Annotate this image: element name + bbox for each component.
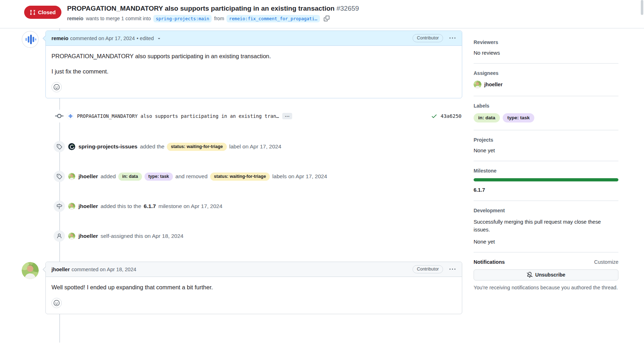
event-actor-link[interactable]: jhoeller xyxy=(78,233,98,239)
assignee-jhoeller[interactable]: jhoeller xyxy=(474,81,618,88)
comment-body: Well spotted! I ended up expanding that … xyxy=(46,277,462,314)
comment-author-link[interactable]: jhoeller xyxy=(51,267,70,272)
event-text: jhoeller self-assigned this on Apr 18, 2… xyxy=(78,233,184,239)
unsubscribe-label: Unsubscribe xyxy=(535,272,566,278)
milestone-name-link[interactable]: 6.1.7 xyxy=(474,187,485,193)
edited-note: • edited xyxy=(137,36,154,41)
git-pull-request-closed-icon xyxy=(30,10,36,15)
unsubscribe-button[interactable]: Unsubscribe xyxy=(474,269,618,280)
customize-link[interactable]: Customize xyxy=(594,259,619,265)
commit-sha-link[interactable]: 43a6250 xyxy=(441,113,462,119)
chevron-down-icon[interactable] xyxy=(157,36,162,41)
checks-passed-icon[interactable] xyxy=(431,113,437,119)
add-reaction-button[interactable] xyxy=(51,298,62,308)
avatar-spring-projects-issues[interactable] xyxy=(68,143,75,150)
scrollbar-thumb[interactable] xyxy=(641,0,643,15)
projects-empty: None yet xyxy=(474,147,618,153)
avatar-jhoeller-small[interactable] xyxy=(68,203,75,210)
comment-options-button[interactable] xyxy=(449,266,456,273)
label-type-task[interactable]: type: task xyxy=(503,113,534,122)
head-branch-label[interactable]: remeio:fix_comment_for_propagati… xyxy=(227,15,320,22)
development-section: Development Successfully merging this pu… xyxy=(474,201,618,252)
development-title: Development xyxy=(474,208,618,213)
event-text: jhoeller added in: data type: task and r… xyxy=(78,173,327,181)
event-date: label on Apr 17, 2024 xyxy=(229,143,282,150)
copy-branch-button[interactable] xyxy=(324,16,329,21)
commit-row: PROPAGATION_MANDATORY also supports part… xyxy=(45,110,462,122)
notifications-title: Notifications xyxy=(474,259,505,265)
add-reaction-button[interactable] xyxy=(51,82,62,92)
avatar-jhoeller-small[interactable] xyxy=(68,233,75,240)
pr-title-text: PROPAGATION_MANDATORY also supports part… xyxy=(67,5,334,12)
contributor-badge: Contributor xyxy=(413,265,443,273)
base-branch-label[interactable]: spring-projects:main xyxy=(153,15,212,22)
comment-options-button[interactable] xyxy=(449,34,456,42)
from-text: from xyxy=(214,16,224,21)
pr-sidebar: Reviewers No reviews Assignees jhoeller … xyxy=(474,28,618,299)
labels-title: Labels xyxy=(474,103,618,109)
label-type-task[interactable]: type: task xyxy=(144,173,173,181)
pr-header-text: PROPAGATION_MANDATORY also supports part… xyxy=(67,4,359,22)
comment-jhoeller: jhoeller commented on Apr 18, 2024 Contr… xyxy=(45,262,462,314)
label-in-data[interactable]: in: data xyxy=(474,113,500,122)
milestone-progress-fill xyxy=(474,178,618,181)
event-actor-link[interactable]: spring-projects-issues xyxy=(78,143,137,150)
event-actor-link[interactable]: jhoeller xyxy=(78,203,98,209)
avatar-jhoeller[interactable] xyxy=(22,262,39,279)
copy-icon xyxy=(324,16,329,21)
pr-author-link[interactable]: remeio xyxy=(67,16,83,21)
tag-icon xyxy=(54,141,65,152)
event-actor-link[interactable]: jhoeller xyxy=(78,173,98,180)
commit-message-link[interactable]: PROPAGATION_MANDATORY also supports part… xyxy=(77,113,279,119)
comment-remeio: remeio commented on Apr 17, 2024 • edite… xyxy=(45,31,462,98)
content-area: remeio commented on Apr 17, 2024 • edite… xyxy=(0,28,644,343)
event-text: spring-projects-issues added the status:… xyxy=(78,143,281,151)
assignees-title: Assignees xyxy=(474,70,618,76)
avatar-remeio[interactable] xyxy=(22,31,39,48)
milestone-link[interactable]: 6.1.7 xyxy=(144,203,156,209)
label-status-waiting-for-triage[interactable]: status: waiting-for-triage xyxy=(210,173,270,181)
reviewers-empty: No reviews xyxy=(474,50,618,56)
comment-paragraph: I just fix the comment. xyxy=(51,67,456,76)
avatar-jhoeller-small xyxy=(474,81,481,88)
comment-author-link[interactable]: remeio xyxy=(51,36,69,41)
assignees-section: Assignees jhoeller xyxy=(474,64,618,96)
tag-icon xyxy=(54,171,65,182)
event-date: self-assigned this on Apr 18, 2024 xyxy=(100,233,184,239)
projects-title: Projects xyxy=(474,137,618,143)
merge-summary: remeio wants to merge 1 commit into spri… xyxy=(67,15,359,22)
avatar-jhoeller-small[interactable] xyxy=(68,173,75,180)
pr-number: #32659 xyxy=(337,5,359,12)
comment-paragraph: Well spotted! I ended up expanding that … xyxy=(51,283,456,292)
pull-request-page: Closed PROPAGATION_MANDATORY also suppor… xyxy=(0,0,644,344)
label-in-data[interactable]: in: data xyxy=(118,173,142,181)
git-commit-icon xyxy=(55,110,64,122)
milestone-icon xyxy=(54,201,65,212)
comment-meta: commented on Apr 17, 2024 xyxy=(70,36,135,41)
event-date: milestone on Apr 17, 2024 xyxy=(158,203,222,209)
reviewers-title: Reviewers xyxy=(474,39,618,45)
pr-timeline: remeio commented on Apr 17, 2024 • edite… xyxy=(45,28,462,343)
development-text: Successfully merging this pull request m… xyxy=(474,218,618,234)
commit-expand-button[interactable]: … xyxy=(282,113,292,119)
comment-paragraph: PROPAGATION_MANDATORY also supports part… xyxy=(51,51,456,61)
bell-slash-icon xyxy=(527,272,533,278)
pr-status-badge: Closed xyxy=(24,6,61,19)
label-status-waiting-for-triage[interactable]: status: waiting-for-triage xyxy=(167,143,227,151)
comment-body: PROPAGATION_MANDATORY also supports part… xyxy=(46,46,462,98)
contributor-badge: Contributor xyxy=(413,34,443,42)
commit-status: 43a6250 xyxy=(431,113,462,119)
smiley-icon xyxy=(54,84,60,90)
reviewers-section: Reviewers No reviews xyxy=(474,33,618,64)
milestone-progress-bar xyxy=(474,178,618,181)
assignee-name: jhoeller xyxy=(484,82,503,87)
event-label-added: spring-projects-issues added the status:… xyxy=(45,141,462,152)
person-icon xyxy=(54,230,65,242)
smiley-icon xyxy=(54,300,60,306)
avatar-remeio-small[interactable] xyxy=(67,113,74,120)
event-verb: and removed xyxy=(175,173,207,180)
pr-header: Closed PROPAGATION_MANDATORY also suppor… xyxy=(0,0,644,28)
labels-section: Labels in: data type: task xyxy=(474,96,618,130)
notifications-section: Notifications Customize Unsubscribe You'… xyxy=(474,252,618,299)
pr-status-label: Closed xyxy=(38,9,56,15)
